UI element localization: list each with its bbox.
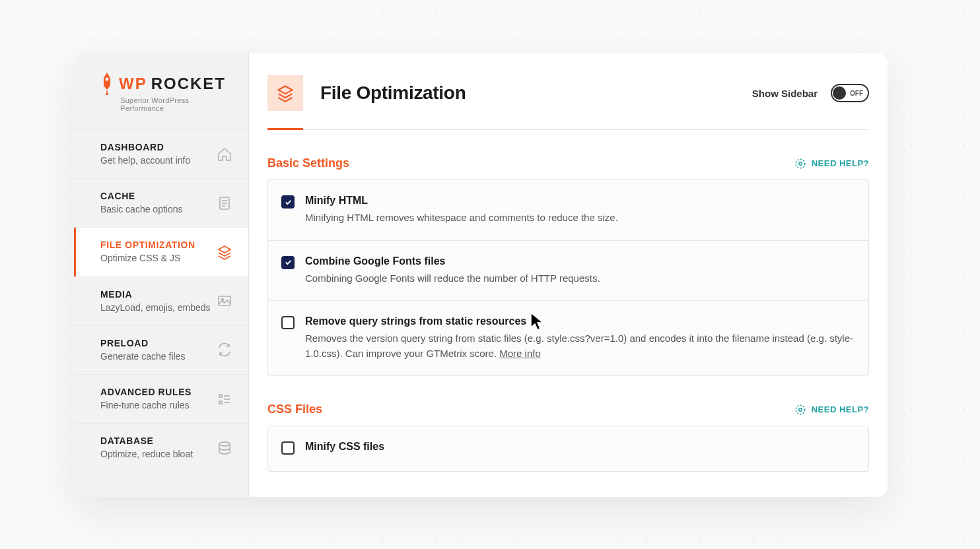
help-label: NEED HELP?: [812, 158, 869, 168]
checkbox-remove-query-strings[interactable]: [281, 316, 295, 329]
setting-desc: Combining Google Fonts will reduce the n…: [305, 271, 855, 286]
nav-item-cache[interactable]: CACHE Basic cache options: [74, 178, 248, 227]
home-icon: [217, 146, 232, 162]
nav-item-database[interactable]: DATABASE Optimize, reduce bloat: [74, 423, 248, 472]
setting-label: Combine Google Fonts files: [305, 255, 855, 267]
nav-title: DATABASE: [100, 436, 193, 446]
svg-rect-9: [219, 401, 222, 404]
picture-icon: [217, 293, 232, 309]
need-help-link[interactable]: NEED HELP?: [794, 158, 869, 170]
nav-item-preload[interactable]: PRELOAD Generate cache files: [74, 325, 248, 374]
checkbox-minify-css[interactable]: [281, 441, 295, 455]
svg-point-16: [798, 408, 802, 411]
setting-minify-html: Minify HTML Minifying HTML removes white…: [268, 180, 868, 241]
svg-point-15: [796, 405, 805, 414]
setting-remove-query-strings: Remove query strings from static resourc…: [268, 301, 868, 375]
layers-icon: [276, 84, 295, 102]
setting-label: Remove query strings from static resourc…: [305, 315, 855, 327]
refresh-icon: [217, 342, 232, 358]
nav-title: FILE OPTIMIZATION: [100, 240, 195, 250]
nav-sub: Fine-tune cache rules: [100, 399, 192, 411]
document-icon: [217, 195, 232, 211]
section-title: CSS Files: [267, 403, 322, 416]
svg-point-14: [798, 162, 802, 165]
svg-point-13: [796, 159, 805, 168]
section-title: Basic Settings: [267, 156, 349, 170]
nav-sub: Optimize, reduce bloat: [100, 448, 193, 460]
nav: DASHBOARD Get help, account info CACHE B…: [74, 129, 248, 472]
help-icon: [794, 158, 806, 170]
nav-sub: Generate cache files: [100, 350, 185, 362]
show-sidebar-label: Show Sidebar: [752, 88, 818, 99]
svg-rect-5: [219, 296, 230, 306]
setting-combine-google-fonts: Combine Google Fonts files Combining Goo…: [268, 241, 868, 302]
nav-item-advanced-rules[interactable]: ADVANCED RULES Fine-tune cache rules: [74, 374, 248, 423]
nav-sub: Optimize CSS & JS: [100, 252, 195, 264]
setting-desc: Minifying HTML removes whitespace and co…: [305, 210, 855, 226]
main-content: File Optimization Show Sidebar OFF Basic…: [249, 53, 888, 497]
toggle-state-label: OFF: [850, 90, 863, 97]
nav-title: MEDIA: [100, 289, 211, 300]
logo-rocket-text: ROCKET: [151, 75, 226, 93]
setting-label: Minify HTML: [305, 195, 855, 207]
setting-desc: Removes the version query string from st…: [305, 331, 855, 361]
brand-logo: WP ROCKET Superior WordPress Performance: [74, 53, 248, 129]
setting-desc-text: Removes the version query string from st…: [305, 333, 853, 359]
page-header: File Optimization Show Sidebar OFF: [267, 75, 869, 130]
rocket-icon: [100, 73, 114, 95]
app-window: WP ROCKET Superior WordPress Performance…: [74, 53, 888, 497]
setting-label: Minify CSS files: [305, 441, 855, 453]
nav-title: CACHE: [100, 191, 183, 201]
section-basic-settings: Basic Settings NEED HELP? Minify HTML Mi…: [267, 156, 869, 376]
help-icon: [794, 404, 806, 416]
nav-item-file-optimization[interactable]: FILE OPTIMIZATION Optimize CSS & JS: [74, 227, 248, 276]
basic-settings-box: Minify HTML Minifying HTML removes white…: [267, 179, 869, 376]
checkbox-minify-html[interactable]: [281, 195, 295, 209]
page-title: File Optimization: [320, 82, 466, 104]
database-icon: [217, 440, 232, 456]
nav-sub: Get help, account info: [100, 154, 190, 166]
section-css-files: CSS Files NEED HELP? Minify CSS files: [267, 403, 869, 472]
layers-icon: [217, 244, 232, 260]
logo-wp-text: WP: [119, 75, 147, 93]
need-help-link[interactable]: NEED HELP?: [794, 404, 869, 416]
nav-title: PRELOAD: [100, 338, 185, 348]
svg-point-12: [219, 442, 230, 446]
nav-title: DASHBOARD: [100, 142, 190, 152]
nav-item-media[interactable]: MEDIA LazyLoad, emojis, embeds: [74, 276, 248, 325]
nav-item-dashboard[interactable]: DASHBOARD Get help, account info: [74, 129, 248, 178]
setting-minify-css: Minify CSS files: [268, 426, 868, 471]
page-icon-box: [267, 75, 303, 111]
sidebar: WP ROCKET Superior WordPress Performance…: [74, 53, 249, 497]
more-info-link[interactable]: More info: [499, 348, 541, 359]
css-settings-box: Minify CSS files: [267, 426, 869, 472]
toggle-knob: [833, 86, 846, 100]
svg-rect-7: [219, 395, 222, 397]
nav-sub: LazyLoad, emojis, embeds: [100, 302, 211, 313]
checkbox-combine-google-fonts[interactable]: [281, 256, 295, 269]
list-icon: [217, 391, 232, 407]
svg-point-0: [106, 78, 109, 81]
nav-sub: Basic cache options: [100, 203, 183, 215]
nav-title: ADVANCED RULES: [100, 387, 192, 397]
help-label: NEED HELP?: [812, 404, 869, 414]
show-sidebar-toggle[interactable]: OFF: [831, 84, 869, 102]
header-underline: [267, 128, 303, 130]
brand-tagline: Superior WordPress Performance: [120, 96, 230, 112]
